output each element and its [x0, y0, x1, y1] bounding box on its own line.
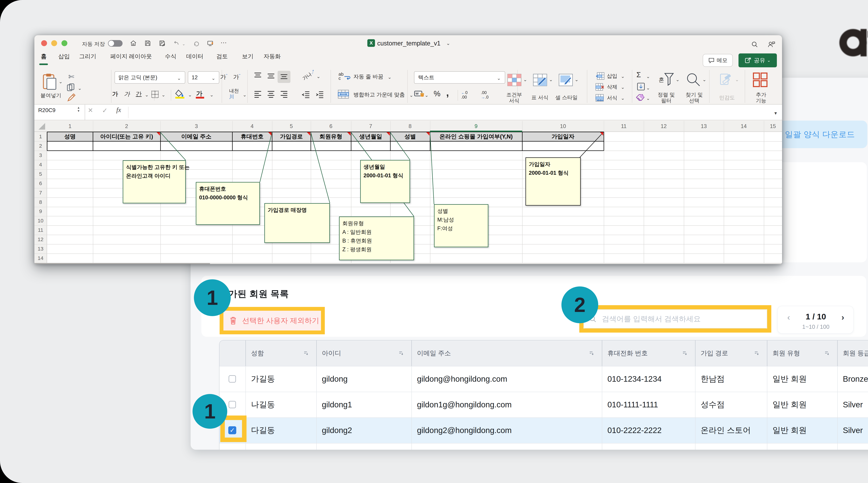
svg-text:혼: 혼 [659, 77, 664, 83]
svg-text:₩: ₩ [415, 92, 418, 95]
